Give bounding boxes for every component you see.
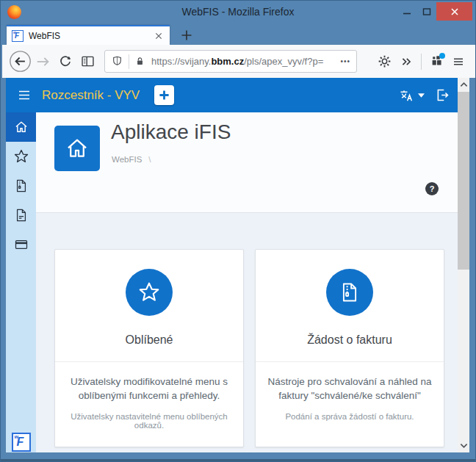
card-icon-circle [326, 269, 373, 316]
logout-button[interactable] [435, 87, 450, 103]
home-icon [14, 120, 29, 134]
add-button[interactable] [154, 85, 174, 105]
reload-button[interactable] [54, 48, 76, 75]
maximize-button[interactable] [416, 2, 436, 21]
gear-icon [377, 54, 392, 69]
app-header: Rozcestník - VYV [6, 78, 458, 112]
app-title: Rozcestník - VYV [42, 88, 140, 103]
new-tab-button[interactable] [177, 27, 196, 43]
main-content: Aplikace iFIS WebFIS\ ? Oblíbené [36, 112, 458, 454]
tab-close-icon[interactable] [153, 30, 165, 42]
page: w F Aplikace iFIS WebFIS\ [6, 112, 458, 454]
sidebar-item-documents[interactable] [6, 201, 36, 230]
home-icon [65, 136, 90, 161]
url-truncation-dots: ••• [340, 57, 350, 65]
page-header: Aplikace iFIS WebFIS\ ? [36, 112, 458, 213]
plus-icon [181, 29, 192, 41]
app-header-right [399, 87, 450, 103]
webfis-favicon: w F [12, 30, 24, 42]
sidebar-item-home[interactable] [6, 112, 36, 142]
settings-button[interactable] [373, 48, 395, 75]
toolbar-divider [421, 54, 422, 70]
document-icon [14, 208, 29, 223]
close-icon [450, 7, 459, 16]
cards-region: Oblíbené Uživatelsky modifikovatelné men… [36, 213, 458, 454]
sidebar-item-invoice-request[interactable] [6, 171, 36, 201]
back-icon [9, 50, 32, 73]
card-title: Žádost o fakturu [256, 333, 444, 347]
card-favorites[interactable]: Oblíbené Uživatelsky modifikovatelné men… [54, 249, 244, 447]
help-button[interactable]: ? [425, 182, 439, 195]
logout-icon [435, 87, 450, 103]
firefox-icon [7, 5, 21, 19]
sidebar-item-favorites[interactable] [6, 142, 36, 171]
language-button[interactable] [399, 88, 425, 103]
window-title: WebFIS - Mozilla Firefox [89, 6, 387, 18]
double-chevron-icon [399, 54, 414, 69]
vertical-scrollbar [458, 78, 469, 454]
sidebar-item-payments[interactable] [6, 230, 36, 259]
invoice-document-icon [339, 281, 361, 303]
side-navigation: w F [6, 112, 36, 454]
chevron-up-icon [460, 82, 468, 87]
page-title: Aplikace iFIS [111, 120, 231, 144]
close-button[interactable] [436, 2, 472, 21]
toolbar-right-group [373, 48, 469, 75]
menu-icon [18, 90, 30, 100]
maximize-icon [422, 7, 431, 16]
minimize-button[interactable] [397, 2, 416, 21]
star-icon [137, 281, 161, 304]
scrollbar-thumb[interactable] [458, 92, 469, 270]
card-divider [256, 361, 444, 362]
card-description: Uživatelsky modifikovatelné menu s oblíb… [67, 375, 231, 403]
breadcrumb-separator: \ [148, 155, 151, 164]
tracking-protection-shield-icon[interactable] [111, 55, 123, 68]
webfis-logo: w F [12, 433, 31, 452]
home-tile [54, 126, 100, 171]
scroll-down-button[interactable] [458, 439, 469, 452]
tab-label: WebFIS [29, 31, 153, 41]
app-menu-button[interactable] [447, 48, 469, 75]
sidebar-toggle-button[interactable] [76, 48, 98, 75]
webfis-footer-logo: w F [12, 433, 31, 452]
tab-bar: w F WebFIS [1, 24, 475, 45]
lock-icon[interactable] [134, 56, 145, 67]
page-viewport: Rozcestník - VYV [6, 78, 469, 454]
scroll-up-button[interactable] [458, 78, 469, 90]
url-domain: bbm.cz [211, 56, 244, 67]
forward-icon [35, 54, 51, 70]
window-titlebar: WebFIS - Mozilla Firefox [1, 1, 475, 24]
minimize-icon [403, 7, 411, 16]
url-text: https://svijany.bbm.cz/pls/apex_vyv/f?p= [151, 56, 337, 67]
breadcrumb: WebFIS\ [112, 155, 151, 164]
tab-webfis[interactable]: w F WebFIS [7, 25, 170, 45]
card-icon-circle [126, 269, 173, 316]
logo-letter-f: F [17, 436, 24, 448]
notification-dot [439, 53, 445, 59]
star-icon [13, 148, 29, 165]
forward-button[interactable] [32, 48, 54, 75]
overflow-menu-button[interactable] [395, 48, 417, 75]
card-invoice-request[interactable]: Žádost o fakturu Nástroje pro schvalován… [255, 249, 444, 447]
url-bar[interactable]: https://svijany.bbm.cz/pls/apex_vyv/f?p=… [104, 50, 357, 73]
card-title: Oblíbené [55, 333, 243, 347]
url-prefix: https://svijany. [151, 56, 211, 67]
card-note: Uživatelsky nastavitelné menu oblíbených… [64, 412, 234, 430]
invoice-request-icon [14, 178, 29, 193]
breadcrumb-item[interactable]: WebFIS [112, 155, 142, 164]
back-button[interactable] [8, 48, 32, 75]
plus-icon [159, 90, 170, 101]
urlbar-divider [129, 54, 129, 69]
url-path: /pls/apex_vyv/f?p= [244, 56, 323, 67]
payment-card-icon [14, 237, 29, 252]
reload-icon [58, 54, 73, 69]
chevron-down-icon [460, 443, 468, 449]
hamburger-icon [452, 55, 465, 68]
card-description: Nástroje pro schvalování a náhled na fak… [267, 375, 432, 403]
app-nav-menu-button[interactable] [18, 90, 30, 100]
navigation-toolbar: https://svijany.bbm.cz/pls/apex_vyv/f?p=… [2, 45, 475, 78]
whats-new-button[interactable] [425, 48, 447, 75]
card-divider [55, 361, 243, 362]
window-bottom-border [1, 452, 475, 461]
translate-icon [399, 88, 414, 103]
